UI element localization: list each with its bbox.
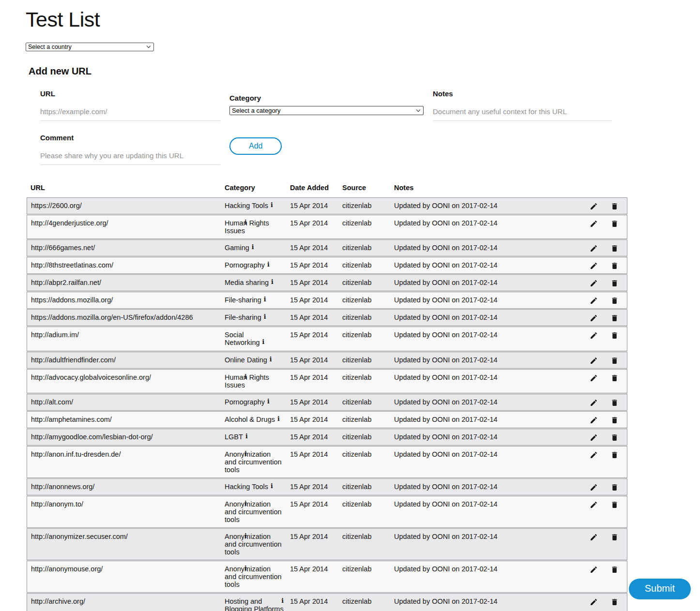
source-cell: citizenlab (338, 257, 390, 273)
comment-field-group: Comment (40, 134, 220, 165)
column-header-actions (581, 184, 627, 192)
source-cell: citizenlab (338, 198, 390, 214)
edit-pencil-icon[interactable] (590, 279, 598, 287)
table-row: http://4genderjustice.org/Human Rights I… (27, 215, 627, 239)
comment-input[interactable] (40, 149, 220, 165)
edit-pencil-icon[interactable] (590, 501, 598, 509)
edit-pencil-icon[interactable] (590, 433, 598, 442)
category-text: Social Networking (225, 331, 260, 346)
url-cell: http://anonymouse.org/ (27, 561, 221, 592)
actions-cell (581, 394, 627, 410)
edit-pencil-icon[interactable] (590, 314, 598, 322)
date-added-cell: 15 Apr 2014 (286, 412, 338, 428)
delete-trash-icon[interactable] (610, 279, 619, 287)
add-button[interactable]: Add (229, 137, 282, 155)
edit-pencil-icon[interactable] (590, 598, 598, 606)
edit-pencil-icon[interactable] (590, 297, 598, 305)
edit-pencil-icon[interactable] (590, 357, 598, 365)
edit-pencil-icon[interactable] (590, 416, 598, 424)
date-added-cell: 15 Apr 2014 (286, 479, 338, 495)
category-text: Hacking Tools (225, 483, 268, 491)
info-icon[interactable]: i (281, 597, 284, 605)
source-cell: citizenlab (338, 275, 390, 291)
actions-cell (581, 412, 627, 428)
delete-trash-icon[interactable] (610, 314, 619, 322)
delete-trash-icon[interactable] (610, 202, 619, 210)
url-cell: http://abpr2.railfan.net/ (27, 275, 221, 291)
date-added-cell: 15 Apr 2014 (286, 370, 338, 393)
date-added-cell: 15 Apr 2014 (286, 496, 338, 527)
delete-trash-icon[interactable] (610, 433, 619, 442)
delete-trash-icon[interactable] (610, 262, 619, 270)
url-input[interactable] (40, 105, 220, 121)
edit-pencil-icon[interactable] (590, 331, 598, 340)
submit-button[interactable]: Submit (629, 579, 691, 599)
delete-trash-icon[interactable] (610, 297, 619, 305)
notes-cell: Updated by OONI on 2017-02-14 (390, 352, 581, 368)
edit-pencil-icon[interactable] (590, 483, 598, 492)
source-cell: citizenlab (338, 327, 390, 351)
edit-pencil-icon[interactable] (590, 220, 598, 228)
url-cell: http://anonnews.org/ (27, 479, 221, 495)
edit-pencil-icon[interactable] (590, 399, 598, 407)
info-icon[interactable]: i (270, 356, 272, 363)
info-icon[interactable]: i (271, 201, 273, 209)
info-icon[interactable]: i (252, 243, 254, 251)
delete-trash-icon[interactable] (610, 374, 619, 382)
url-cell: http://adultfriendfinder.com/ (27, 352, 221, 368)
delete-trash-icon[interactable] (610, 331, 619, 340)
info-icon[interactable]: i (271, 278, 274, 285)
category-select[interactable]: Select a category (229, 106, 424, 115)
info-icon[interactable]: i (264, 313, 266, 320)
url-field-group: URL (40, 89, 220, 121)
delete-trash-icon[interactable] (610, 220, 619, 228)
edit-pencil-icon[interactable] (590, 262, 598, 270)
actions-cell (581, 561, 627, 592)
info-icon[interactable]: i (267, 261, 270, 268)
category-cell: Anonymization and circumvention toolsi (221, 447, 286, 477)
edit-pencil-icon[interactable] (590, 202, 598, 210)
delete-trash-icon[interactable] (610, 244, 619, 253)
info-icon[interactable]: i (244, 373, 247, 381)
url-cell: http://advocacy.globalvoicesonline.org/ (27, 370, 221, 393)
delete-trash-icon[interactable] (610, 566, 619, 574)
notes-cell: Updated by OONI on 2017-02-14 (390, 370, 581, 393)
delete-trash-icon[interactable] (610, 501, 619, 509)
notes-input[interactable] (433, 105, 612, 121)
category-cell: Anonymization and circumvention toolsi (221, 496, 286, 527)
delete-trash-icon[interactable] (610, 533, 619, 541)
info-icon[interactable]: i (244, 450, 247, 458)
info-icon[interactable]: i (267, 398, 270, 405)
country-select-wrap: Select a country (26, 42, 154, 51)
actions-cell (581, 240, 627, 256)
info-icon[interactable]: i (244, 532, 247, 540)
edit-pencil-icon[interactable] (590, 566, 598, 574)
table-row: http://abpr2.railfan.net/Media sharingi1… (27, 274, 627, 291)
edit-pencil-icon[interactable] (590, 244, 598, 253)
delete-trash-icon[interactable] (610, 483, 619, 492)
category-cell: LGBTi (221, 429, 286, 445)
delete-trash-icon[interactable] (610, 451, 619, 459)
delete-trash-icon[interactable] (610, 399, 619, 407)
date-added-cell: 15 Apr 2014 (286, 215, 338, 238)
info-icon[interactable]: i (277, 415, 280, 422)
delete-trash-icon[interactable] (610, 598, 619, 606)
info-icon[interactable]: i (245, 432, 248, 440)
info-icon[interactable]: i (244, 219, 247, 226)
delete-trash-icon[interactable] (610, 416, 619, 424)
edit-pencil-icon[interactable] (590, 374, 598, 382)
info-icon[interactable]: i (262, 338, 265, 345)
notes-cell: Updated by OONI on 2017-02-14 (390, 215, 581, 238)
category-cell: Online Datingi (221, 352, 286, 368)
edit-pencil-icon[interactable] (590, 451, 598, 459)
actions-cell (581, 429, 627, 445)
country-select[interactable]: Select a country (26, 43, 154, 51)
info-icon[interactable]: i (264, 296, 266, 303)
source-cell: citizenlab (338, 215, 390, 238)
edit-pencil-icon[interactable] (590, 533, 598, 541)
table-row: http://amphetamines.com/Alcohol & Drugsi… (27, 411, 627, 428)
delete-trash-icon[interactable] (610, 357, 619, 365)
info-icon[interactable]: i (244, 565, 247, 572)
info-icon[interactable]: i (271, 482, 273, 490)
info-icon[interactable]: i (244, 500, 247, 507)
